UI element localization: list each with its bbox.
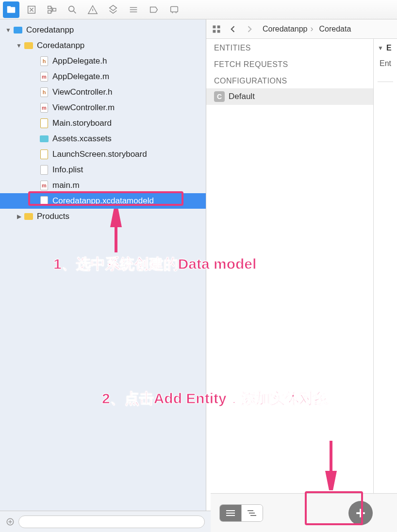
entities-header: ENTITIES: [206, 39, 373, 55]
svg-rect-14: [226, 513, 235, 514]
file-label: Info.plist: [52, 165, 83, 175]
file-label: main.m: [52, 181, 80, 190]
storyboard-icon: [39, 149, 50, 160]
editor-bottom-bar: [211, 493, 397, 532]
svg-rect-7: [171, 6, 178, 12]
inspector-header[interactable]: ▼ E: [378, 44, 393, 52]
tree-file[interactable]: Info.plist: [0, 162, 206, 178]
tree-project-root[interactable]: ▼ Coredatanpp: [0, 22, 206, 38]
inspector-header-label: E: [386, 44, 392, 52]
filter-input[interactable]: [18, 515, 205, 528]
tree-group[interactable]: ▼ Coredatanpp: [0, 38, 206, 53]
tree-file[interactable]: Assets.xcassets: [0, 131, 206, 147]
add-icon[interactable]: [6, 517, 15, 526]
svg-rect-10: [217, 25, 220, 28]
tree-file[interactable]: hAppDelegate.h: [0, 53, 206, 69]
tree-file[interactable]: LaunchScreen.storyboard: [0, 147, 206, 162]
folder-icon: [23, 211, 34, 222]
datamodel-icon: [39, 196, 50, 206]
impl-file-icon: m: [39, 180, 50, 191]
file-label: AppDelegate.m: [52, 72, 109, 82]
impl-file-icon: m: [39, 102, 50, 113]
svg-point-6: [69, 6, 74, 11]
configurations-header: CONFIGURATIONS: [206, 72, 373, 88]
inspector-panel: ▼ E Ent: [374, 39, 397, 532]
navigator-filter-bar: [0, 511, 211, 532]
disclosure-triangle-icon: ▼: [378, 45, 383, 51]
outline-style-icon[interactable]: [220, 505, 242, 521]
tree-products[interactable]: ▶ Products: [0, 209, 206, 224]
configuration-row[interactable]: C Default: [206, 88, 373, 105]
breadcrumb[interactable]: Coredatanpp › Coredata: [260, 24, 351, 34]
svg-rect-15: [226, 515, 235, 516]
tree-file[interactable]: mAppDelegate.m: [0, 69, 206, 84]
tree-file[interactable]: mmain.m: [0, 178, 206, 193]
navigator-toolbar: [0, 0, 397, 19]
file-label: LaunchScreen.storyboard: [52, 150, 147, 159]
disclosure-triangle-icon[interactable]: ▶: [16, 213, 22, 220]
project-icon: [13, 25, 23, 35]
file-label: Assets.xcassets: [52, 134, 112, 144]
chevron-right-icon: ›: [311, 24, 314, 34]
crumb-group: Coredata: [319, 25, 351, 33]
storyboard-icon: [39, 118, 50, 129]
file-label: ViewController.h: [52, 87, 112, 97]
file-label: AppDelegate.h: [52, 56, 107, 66]
svg-rect-5: [53, 8, 56, 11]
plist-icon: [39, 165, 50, 175]
add-entity-button[interactable]: [348, 501, 373, 525]
inspector-row: Ent: [378, 57, 393, 70]
graph-style-icon[interactable]: [242, 505, 263, 521]
svg-rect-4: [48, 10, 51, 13]
header-file-icon: h: [39, 87, 50, 98]
editor-style-toggle[interactable]: [219, 504, 263, 522]
fetch-requests-header: FETCH REQUESTS: [206, 55, 373, 72]
svg-rect-16: [248, 510, 253, 511]
xcassets-icon: [39, 133, 50, 144]
disclosure-triangle-icon[interactable]: ▼: [16, 42, 22, 49]
disclosure-triangle-icon[interactable]: ▼: [5, 27, 12, 33]
editor-area: Coredatanpp › Coredata ENTITIES FETCH RE…: [206, 19, 397, 532]
svg-rect-12: [217, 30, 220, 33]
nav-tab-reports-icon[interactable]: [166, 1, 182, 18]
file-label: ViewController.m: [52, 103, 115, 113]
file-label: Main.storyboard: [52, 118, 112, 128]
nav-tab-search-icon[interactable]: [64, 1, 81, 18]
svg-rect-18: [250, 515, 256, 516]
nav-tab-debug-icon[interactable]: [125, 1, 142, 18]
file-label: Coredatanpp.xcdatamodeld: [52, 196, 154, 206]
crumb-project: Coredatanpp: [263, 25, 308, 33]
jump-bar: Coredatanpp › Coredata: [206, 19, 397, 39]
nav-tab-symbol-icon[interactable]: [23, 1, 40, 18]
svg-rect-11: [213, 30, 215, 33]
svg-rect-17: [249, 513, 255, 514]
svg-rect-9: [213, 25, 215, 28]
header-file-icon: h: [39, 56, 50, 66]
file-tree: ▼ Coredatanpp ▼ Coredatanpp hAppDelegate…: [0, 19, 206, 224]
nav-tab-source-control-icon[interactable]: [44, 1, 60, 18]
products-label: Products: [37, 212, 69, 221]
nav-back-icon[interactable]: [227, 23, 239, 35]
nav-forward-icon[interactable]: [243, 23, 256, 35]
config-icon: C: [214, 91, 225, 102]
nav-tab-breakpoints-icon[interactable]: [146, 1, 162, 18]
nav-tab-files-icon[interactable]: [3, 1, 19, 18]
tree-file[interactable]: Main.storyboard: [0, 116, 206, 131]
related-items-icon[interactable]: [210, 23, 223, 35]
tree-file[interactable]: Coredatanpp.xcdatamodeld: [0, 193, 206, 209]
folder-icon: [23, 40, 34, 51]
tree-file[interactable]: hViewController.h: [0, 84, 206, 100]
tree-file[interactable]: mViewController.m: [0, 100, 206, 116]
config-label: Default: [229, 92, 255, 101]
group-label: Coredatanpp: [37, 41, 84, 50]
nav-tab-issues-icon[interactable]: [84, 1, 101, 18]
entity-outline: ENTITIES FETCH REQUESTS CONFIGURATIONS C…: [206, 39, 374, 532]
project-navigator: ▼ Coredatanpp ▼ Coredatanpp hAppDelegate…: [0, 19, 206, 532]
svg-rect-13: [226, 510, 235, 511]
svg-rect-1: [7, 6, 11, 8]
divider: [378, 82, 393, 82]
project-root-label: Coredatanpp: [26, 25, 74, 35]
nav-tab-tests-icon[interactable]: [105, 1, 121, 18]
impl-file-icon: m: [39, 71, 50, 82]
svg-rect-3: [48, 6, 51, 9]
